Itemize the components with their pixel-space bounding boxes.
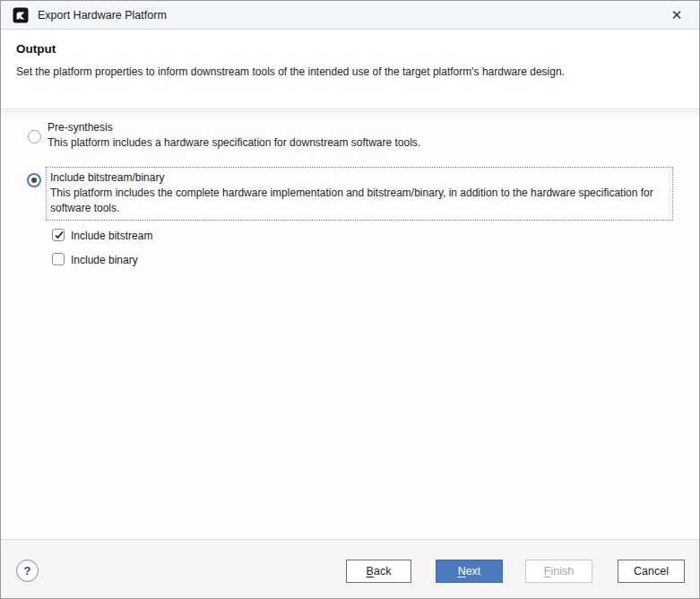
- finish-button-disabled: Finish: [525, 560, 592, 583]
- option-label: Include bitstream/binary: [50, 170, 666, 186]
- wizard-content: Pre-synthesis This platform includes a h…: [1, 110, 699, 539]
- export-hardware-platform-dialog: Export Hardware Platform ✕ Output Set th…: [0, 0, 700, 599]
- close-button[interactable]: ✕: [666, 5, 687, 25]
- title-bar: Export Hardware Platform ✕: [1, 1, 699, 30]
- help-button[interactable]: ?: [16, 560, 39, 582]
- page-description: Set the platform properties to inform do…: [16, 65, 683, 78]
- option-description: This platform includes a hardware specif…: [48, 135, 621, 151]
- wizard-footer: ? Back Next Finish Cancel: [1, 539, 699, 599]
- page-title: Output: [16, 42, 683, 56]
- vivado-logo-icon: [13, 7, 29, 23]
- checkbox-checked-icon[interactable]: [52, 229, 65, 241]
- option-text: Pre-synthesis This platform includes a h…: [48, 120, 621, 151]
- cancel-button[interactable]: Cancel: [618, 560, 685, 583]
- radio-selected-icon[interactable]: [27, 173, 41, 187]
- back-button[interactable]: Back: [346, 560, 411, 583]
- checkbox-label: Include binary: [71, 253, 138, 267]
- checkmark-icon: [54, 230, 65, 240]
- radio-unselected-icon[interactable]: [28, 130, 41, 143]
- option-label: Pre-synthesis: [48, 120, 621, 135]
- focused-option-box[interactable]: Include bitstream/binary This platform i…: [46, 167, 673, 221]
- window-title: Export Hardware Platform: [38, 9, 167, 22]
- checkbox-unchecked-icon[interactable]: [52, 253, 65, 265]
- wizard-header: Output Set the platform properties to in…: [1, 30, 699, 109]
- checkbox-label: Include bitstream: [71, 229, 152, 243]
- option-description: This platform includes the complete hard…: [50, 186, 666, 216]
- next-button[interactable]: Next: [436, 560, 503, 583]
